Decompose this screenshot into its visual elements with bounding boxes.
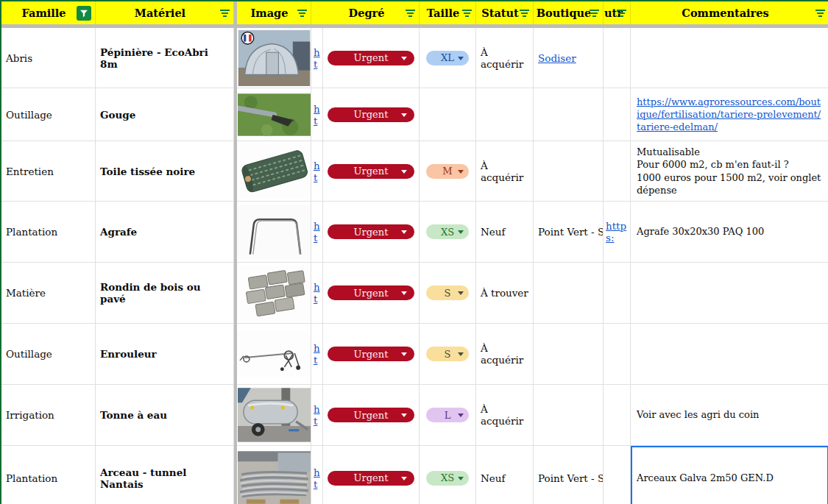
cell-famille[interactable]: Entretien xyxy=(1,141,96,202)
comment-link[interactable]: https://www.agroressources.com/boutique/… xyxy=(637,96,823,133)
degre-dropdown-chip[interactable]: Urgent xyxy=(328,471,414,486)
degre-dropdown-chip[interactable]: Urgent xyxy=(328,408,414,422)
cell-famille[interactable]: Matière xyxy=(1,263,96,324)
cell-degre[interactable]: Urgent xyxy=(323,446,420,504)
degre-dropdown-chip[interactable]: Urgent xyxy=(328,51,414,65)
cell-famille[interactable]: Outillage xyxy=(1,324,96,385)
cell-degre[interactable]: Urgent xyxy=(323,202,420,263)
cell-boutique[interactable] xyxy=(534,324,604,385)
cell-taille[interactable]: XS xyxy=(420,446,476,504)
cell-famille[interactable]: Plantation xyxy=(1,202,96,263)
cell-utr[interactable] xyxy=(604,324,631,385)
cell-utr[interactable]: https: xyxy=(604,202,631,263)
cell-statut[interactable]: Neuf xyxy=(476,202,534,263)
cell-image-link[interactable]: ht xyxy=(311,202,323,263)
cell-famille[interactable]: Irrigation xyxy=(1,385,96,446)
materiel-filter-icon[interactable] xyxy=(219,10,230,17)
cell-materiel[interactable]: Enrouleur xyxy=(96,324,234,385)
cell-image-link[interactable]: ht xyxy=(311,385,323,446)
cell-famille[interactable]: Outillage xyxy=(1,88,96,141)
utr-filter-icon[interactable] xyxy=(616,10,626,17)
cell-commentaires[interactable]: https://www.agroressources.com/boutique/… xyxy=(631,88,828,141)
cell-commentaires-selected[interactable]: Arceaux Galva 2m50 GEN.D xyxy=(631,446,828,504)
cell-degre[interactable]: Urgent xyxy=(323,263,420,324)
cell-commentaires[interactable]: Voir avec les agri du coin xyxy=(631,385,828,446)
cell-image[interactable] xyxy=(237,324,311,385)
cell-materiel[interactable]: Tonne à eau xyxy=(96,385,234,446)
cell-taille[interactable]: S xyxy=(420,324,476,385)
boutique-filter-icon[interactable] xyxy=(589,10,599,17)
cell-degre[interactable]: Urgent xyxy=(323,88,420,141)
cell-famille[interactable]: Plantation xyxy=(1,446,96,504)
cell-commentaires[interactable] xyxy=(631,28,828,88)
degre-dropdown-chip[interactable]: Urgent xyxy=(328,347,414,361)
cell-image[interactable] xyxy=(237,385,311,446)
cell-image[interactable] xyxy=(237,141,311,202)
cell-image-link[interactable]: ht xyxy=(311,141,323,202)
cell-utr[interactable] xyxy=(604,28,631,88)
taille-filter-icon[interactable] xyxy=(461,10,472,17)
cell-utr[interactable] xyxy=(604,446,631,504)
cell-commentaires[interactable] xyxy=(631,324,828,385)
commentaires-filter-icon[interactable] xyxy=(815,10,825,17)
cell-commentaires[interactable]: Mutualisable Pour 6000 m2, cb m'en faut-… xyxy=(631,141,828,202)
utr-link[interactable]: https: xyxy=(606,220,629,244)
cell-boutique[interactable] xyxy=(534,385,604,446)
image-url-link[interactable]: ht xyxy=(314,103,322,127)
image-url-link[interactable]: ht xyxy=(314,220,322,244)
cell-materiel[interactable]: Rondin de bois ou pavé xyxy=(96,263,234,324)
image-url-link[interactable]: ht xyxy=(314,46,322,70)
image-url-link[interactable]: ht xyxy=(314,466,322,490)
cell-degre[interactable]: Urgent xyxy=(323,28,420,88)
image-url-link[interactable]: ht xyxy=(314,160,322,183)
header-utr[interactable]: utr xyxy=(604,1,631,24)
cell-commentaires[interactable] xyxy=(631,263,828,324)
cell-boutique[interactable]: Point Vert - St M xyxy=(534,202,604,263)
taille-dropdown-chip[interactable]: XS xyxy=(426,224,469,239)
taille-dropdown-chip[interactable]: S xyxy=(426,347,469,361)
image-url-link[interactable]: ht xyxy=(314,403,322,427)
taille-dropdown-chip[interactable]: S xyxy=(426,285,469,300)
cell-statut[interactable]: À trouver xyxy=(476,263,534,324)
cell-utr[interactable] xyxy=(604,385,631,446)
cell-degre[interactable]: Urgent xyxy=(323,385,420,446)
cell-image[interactable] xyxy=(237,88,311,141)
cell-taille[interactable]: S xyxy=(420,263,476,324)
cell-materiel[interactable]: Toile tissée noire xyxy=(96,141,234,202)
cell-taille[interactable]: M xyxy=(420,141,476,202)
degre-dropdown-chip[interactable]: Urgent xyxy=(328,107,414,122)
degre-dropdown-chip[interactable]: Urgent xyxy=(328,224,414,239)
header-boutique[interactable]: Boutique xyxy=(534,1,604,24)
cell-taille[interactable] xyxy=(420,88,476,141)
cell-utr[interactable] xyxy=(604,263,631,324)
cell-image[interactable] xyxy=(237,446,311,504)
image-url-link[interactable]: ht xyxy=(314,281,322,305)
cell-famille[interactable]: Abris xyxy=(1,28,96,88)
header-statut[interactable]: Statut xyxy=(476,1,534,24)
cell-image-link[interactable]: ht xyxy=(311,446,323,504)
cell-boutique[interactable]: Sodiser xyxy=(534,28,604,88)
cell-image-link[interactable]: ht xyxy=(311,88,323,141)
image-url-link[interactable]: ht xyxy=(314,342,322,366)
cell-boutique[interactable] xyxy=(534,263,604,324)
taille-dropdown-chip[interactable]: L xyxy=(426,408,469,422)
cell-degre[interactable]: Urgent xyxy=(323,141,420,202)
statut-filter-icon[interactable] xyxy=(519,10,529,17)
image-filter-icon[interactable] xyxy=(297,10,307,17)
cell-statut[interactable]: À acquérir xyxy=(476,28,534,88)
cell-utr[interactable] xyxy=(604,88,631,141)
cell-image-link[interactable]: ht xyxy=(311,28,323,88)
cell-commentaires[interactable]: Agrafe 30x20x30 PAQ 100 xyxy=(631,202,828,263)
famille-filter-active-button[interactable] xyxy=(77,6,91,21)
cell-statut[interactable]: Neuf xyxy=(476,446,534,504)
degre-dropdown-chip[interactable]: Urgent xyxy=(328,285,414,300)
header-degre[interactable]: Degré xyxy=(323,1,420,24)
header-famille[interactable]: Famille xyxy=(1,1,96,24)
cell-statut[interactable] xyxy=(476,88,534,141)
cell-statut[interactable]: À acquérir xyxy=(476,141,534,202)
taille-dropdown-chip[interactable]: M xyxy=(426,164,469,179)
cell-materiel[interactable]: Gouge xyxy=(96,88,234,141)
cell-image-link[interactable]: ht xyxy=(311,324,323,385)
cell-image-link[interactable]: ht xyxy=(311,263,323,324)
header-commentaires[interactable]: Commentaires xyxy=(631,1,828,24)
